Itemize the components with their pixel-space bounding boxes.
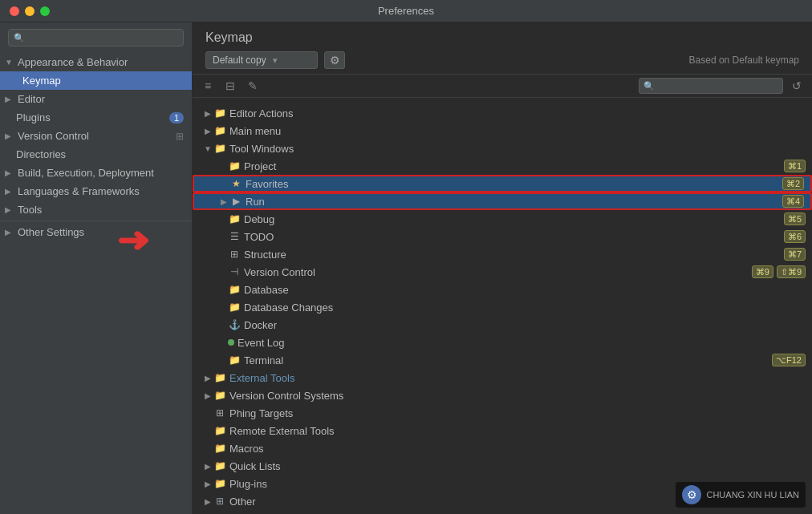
node-label-editor-actions: Editor Actions xyxy=(229,107,806,119)
sidebar-item-tools[interactable]: ▶ Tools xyxy=(0,200,192,219)
arrow-run: ▶ xyxy=(218,197,229,206)
tree-node-macros[interactable]: 📁 Macros xyxy=(193,439,812,457)
node-label-project: Project xyxy=(244,160,784,172)
sidebar-item-languages[interactable]: ▶ Languages & Frameworks xyxy=(0,182,192,200)
tree-node-terminal[interactable]: 📁 Terminal ⌥F12 xyxy=(193,351,812,369)
plugins-badge: 1 xyxy=(169,112,184,123)
node-label-todo: TODO xyxy=(244,231,784,243)
sidebar-item-directories[interactable]: Directories xyxy=(0,145,192,164)
tree-node-tool-windows[interactable]: ▼ 📁 Tool Windows xyxy=(193,140,812,157)
tree-node-editor-actions[interactable]: ▶ 📁 Editor Actions xyxy=(193,104,812,122)
kbd-todo: ⌘6 xyxy=(784,230,806,243)
tree-area: ▶ 📁 Editor Actions ▶ 📁 Main menu ▼ 📁 To xyxy=(193,98,812,514)
sidebar-item-appearance-label: Appearance & Behavior xyxy=(18,56,128,68)
maximize-button[interactable] xyxy=(40,6,50,16)
watermark-logo-icon: ⚙ xyxy=(687,488,697,501)
sidebar: 🔍 ▼ Appearance & Behavior Keymap ▶ Edito… xyxy=(0,22,193,514)
green-dot-icon xyxy=(228,339,234,346)
sidebar-item-appearance[interactable]: ▼ Appearance & Behavior xyxy=(0,53,192,71)
tree-node-event-log[interactable]: Event Log xyxy=(193,334,812,351)
tree-node-project[interactable]: 📁 Project ⌘1 xyxy=(193,157,812,175)
tree-node-remote-ext[interactable]: 📁 Remote External Tools xyxy=(193,422,812,439)
kbd-favorites: ⌘2 xyxy=(782,177,804,190)
node-label-structure: Structure xyxy=(244,249,784,261)
sidebar-item-editor[interactable]: ▶ Editor xyxy=(0,90,192,108)
docker-icon: ⚓ xyxy=(228,319,241,330)
arrow-icon-run: ▶ xyxy=(229,196,242,207)
sidebar-item-version-control[interactable]: ▶ Version Control ⊞ xyxy=(0,127,192,145)
node-label-macros: Macros xyxy=(229,443,806,455)
phing-icon: ⊞ xyxy=(213,407,226,419)
kbd-vc-2: ⇧⌘9 xyxy=(777,265,806,278)
tree-node-phing[interactable]: ⊞ Phing Targets xyxy=(193,404,812,422)
gear-button[interactable]: ⚙ xyxy=(324,51,345,69)
node-label-favorites: Favorites xyxy=(246,178,782,190)
window-controls[interactable] xyxy=(10,6,50,16)
titlebar: Preferences xyxy=(0,0,812,22)
sidebar-search-input[interactable] xyxy=(8,29,184,47)
restore-button[interactable]: ↺ xyxy=(788,78,806,94)
keymap-dropdown-value: Default copy xyxy=(213,55,266,66)
tree-node-debug[interactable]: 📁 Debug ⌘5 xyxy=(193,210,812,228)
sidebar-item-directories-label: Directories xyxy=(16,148,66,160)
tree-node-main-menu[interactable]: ▶ 📁 Main menu xyxy=(193,122,812,140)
based-on-label: Based on Default keymap xyxy=(689,55,799,66)
sidebar-item-languages-label: Languages & Frameworks xyxy=(18,185,140,197)
shortcut-todo: ⌘6 xyxy=(784,230,806,243)
arrow-quick-lists: ▶ xyxy=(202,462,213,471)
tree-node-todo[interactable]: ☰ TODO ⌘6 xyxy=(193,228,812,245)
shortcut-run: ⌘4 xyxy=(782,195,804,208)
sidebar-item-keymap[interactable]: Keymap xyxy=(0,71,192,90)
folder-icon-db-changes: 📁 xyxy=(228,302,241,313)
folder-icon-editor-actions: 📁 xyxy=(213,107,226,119)
node-label-docker: Docker xyxy=(244,319,806,331)
folder-icon-quick-lists: 📁 xyxy=(213,460,226,472)
tree-node-vcs[interactable]: ▶ 📁 Version Control Systems xyxy=(193,387,812,404)
expand-arrow-build: ▶ xyxy=(5,168,14,177)
folder-icon-main-menu: 📁 xyxy=(213,125,226,136)
node-label-vc: Version Control xyxy=(244,266,752,278)
shortcut-debug: ⌘5 xyxy=(784,212,806,225)
expand-arrow-other: ▶ xyxy=(5,228,14,237)
folder-icon-remote-ext: 📁 xyxy=(213,425,226,436)
node-label-terminal: Terminal xyxy=(244,354,772,366)
tree-search-icon: 🔍 xyxy=(644,81,655,91)
shortcut-project: ⌘1 xyxy=(784,160,806,172)
sidebar-item-other-settings[interactable]: ▶ Other Settings xyxy=(0,223,192,241)
edit-button[interactable]: ✎ xyxy=(244,78,262,94)
expand-arrow-tools: ▶ xyxy=(5,205,14,214)
node-label-phing: Phing Targets xyxy=(229,407,806,419)
sidebar-item-build[interactable]: ▶ Build, Execution, Deployment xyxy=(0,164,192,182)
keymap-dropdown[interactable]: Default copy ▼ xyxy=(205,51,318,69)
tree-node-database[interactable]: 📁 Database xyxy=(193,281,812,298)
shortcut-terminal: ⌥F12 xyxy=(772,354,806,366)
arrow-vcs: ▶ xyxy=(202,391,213,400)
folder-icon-other: ⊞ xyxy=(213,496,226,507)
tree-node-favorites[interactable]: ★ Favorites ⌘2 xyxy=(193,175,812,192)
tree-node-docker[interactable]: ⚓ Docker xyxy=(193,316,812,334)
close-button[interactable] xyxy=(10,6,19,16)
folder-icon-vcs: 📁 xyxy=(213,390,226,401)
watermark: ⚙ CHUANG XIN HU LIAN xyxy=(676,482,806,508)
node-label-debug: Debug xyxy=(244,213,784,225)
tree-node-database-changes[interactable]: 📁 Database Changes xyxy=(193,298,812,316)
node-label-external-tools: External Tools xyxy=(229,372,806,384)
tree-node-external-tools[interactable]: ▶ 📁 External Tools xyxy=(193,369,812,387)
tree-node-run[interactable]: ▶ ▶ Run ⌘4 xyxy=(193,192,812,210)
node-label-event-log: Event Log xyxy=(238,337,806,349)
tree-node-version-control[interactable]: ⊣ Version Control ⌘9 ⇧⌘9 xyxy=(193,263,812,281)
vc-icon-tree: ⊣ xyxy=(228,266,241,277)
kbd-structure: ⌘7 xyxy=(784,248,806,261)
list-icon-todo: ☰ xyxy=(228,231,241,242)
expand-all-button[interactable]: ≡ xyxy=(199,78,217,94)
tree-node-quick-lists[interactable]: ▶ 📁 Quick Lists xyxy=(193,457,812,475)
arrow-plug-ins: ▶ xyxy=(202,480,213,488)
expand-arrow-lang: ▶ xyxy=(5,187,14,196)
sidebar-item-plugins[interactable]: Plugins 1 xyxy=(0,108,192,127)
minimize-button[interactable] xyxy=(25,6,35,16)
node-label-remote-ext: Remote External Tools xyxy=(229,425,806,437)
collapse-all-button[interactable]: ⊟ xyxy=(221,78,239,94)
tree-search-input[interactable] xyxy=(639,78,783,94)
tree-node-structure[interactable]: ⊞ Structure ⌘7 xyxy=(193,245,812,263)
dropdown-arrow-icon: ▼ xyxy=(271,56,279,65)
